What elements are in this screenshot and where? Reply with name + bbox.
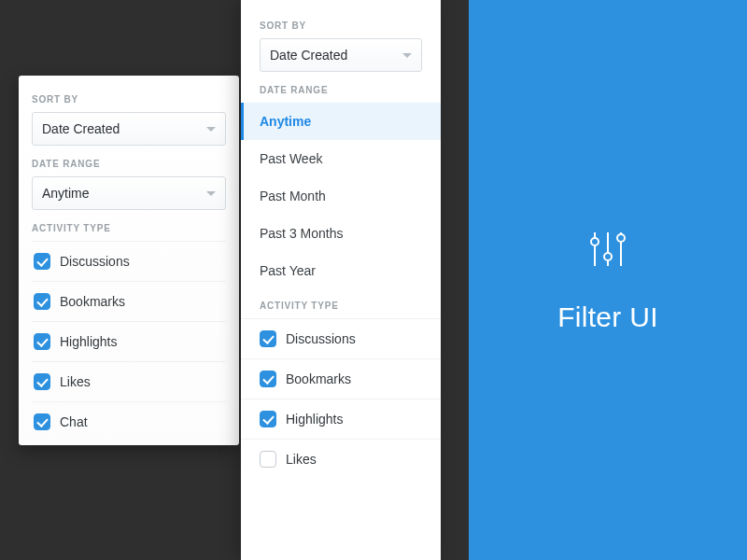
activity-row[interactable]: Discussions (241, 318, 441, 358)
activity-row[interactable]: Chat (32, 401, 226, 441)
checkbox[interactable] (260, 451, 276, 468)
sliders-icon (585, 227, 630, 301)
filter-panel-compact: SORT BY Date Created DATE RANGE Anytime … (19, 76, 239, 445)
activity-label: Discussions (286, 331, 356, 346)
checkbox[interactable] (260, 330, 276, 347)
activity-label: Bookmarks (60, 294, 125, 309)
sort-by-value: Date Created (270, 48, 347, 63)
svg-point-4 (604, 253, 612, 260)
banner-title: Filter UI (557, 301, 658, 333)
label-sort-by: SORT BY (241, 21, 441, 31)
banner: Filter UI (469, 0, 747, 560)
checkbox[interactable] (34, 253, 50, 270)
label-activity-type: ACTIVITY TYPE (241, 301, 441, 311)
activity-row[interactable]: Bookmarks (241, 358, 441, 399)
sort-by-select[interactable]: Date Created (32, 112, 226, 146)
checkbox[interactable] (34, 413, 50, 430)
chevron-down-icon (206, 191, 216, 196)
label-date-range: DATE RANGE (32, 159, 226, 169)
checkbox[interactable] (34, 293, 50, 310)
date-range-option[interactable]: Past Year (241, 252, 441, 289)
checkbox[interactable] (260, 411, 276, 427)
activity-row[interactable]: Bookmarks (32, 281, 226, 321)
chevron-down-icon (206, 127, 216, 132)
date-range-option[interactable]: Past 3 Months (241, 215, 441, 252)
activity-label: Discussions (60, 254, 130, 269)
activity-label: Highlights (286, 412, 343, 427)
checkbox[interactable] (260, 371, 276, 387)
activity-label: Bookmarks (286, 371, 351, 386)
label-date-range: DATE RANGE (241, 85, 441, 95)
sort-by-select[interactable]: Date Created (260, 38, 422, 72)
date-range-option[interactable]: Past Month (241, 177, 441, 215)
label-sort-by: SORT BY (32, 94, 226, 105)
chevron-down-icon (402, 53, 412, 58)
date-range-value: Anytime (42, 186, 90, 201)
activity-label: Chat (60, 414, 88, 429)
sort-by-value: Date Created (42, 121, 120, 136)
checkbox[interactable] (34, 333, 50, 350)
date-range-select[interactable]: Anytime (32, 176, 226, 210)
label-activity-type: ACTIVITY TYPE (32, 223, 226, 233)
activity-label: Highlights (60, 334, 117, 349)
date-range-option[interactable]: Past Week (241, 140, 441, 177)
date-range-option[interactable]: Anytime (241, 103, 441, 140)
svg-point-5 (617, 234, 625, 242)
checkbox[interactable] (34, 373, 50, 390)
activity-row[interactable]: Discussions (32, 241, 226, 281)
activity-row[interactable]: Highlights (241, 399, 441, 439)
activity-label: Likes (286, 452, 317, 467)
filter-panel-expanded: SORT BY Date Created DATE RANGE AnytimeP… (241, 0, 441, 560)
activity-row[interactable]: Likes (32, 361, 226, 401)
activity-row[interactable]: Likes (241, 439, 441, 479)
activity-row[interactable]: Highlights (32, 321, 226, 361)
svg-point-3 (591, 238, 599, 245)
activity-label: Likes (60, 374, 91, 389)
